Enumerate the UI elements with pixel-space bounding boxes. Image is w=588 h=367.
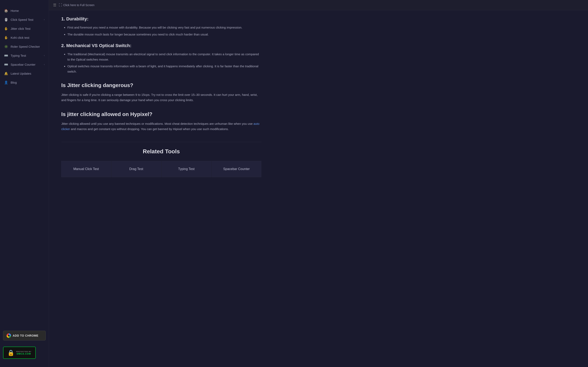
sidebar-item-spacebar[interactable]: ⌨️ Spacebar Counter ‹ — [0, 60, 49, 69]
related-card-typing-test[interactable]: Typing Test — [162, 161, 211, 177]
sidebar-nav: 🏠 Home 🖱️ Click Speed Test ‹ ✋ Jitter cl… — [0, 4, 49, 327]
sidebar-item-typing-test[interactable]: ⌨️ Typing Test ‹ — [0, 51, 49, 60]
q2-answer-before: Jitter clicking allowed until you use an… — [61, 122, 253, 125]
chrome-icon — [7, 333, 11, 338]
sidebar-label-typing: Typing Test — [11, 54, 26, 57]
sidebar-item-click-speed-test[interactable]: 🖱️ Click Speed Test ‹ — [0, 15, 49, 24]
click-speed-icon: 🖱️ — [4, 17, 8, 22]
add-to-chrome-button[interactable]: ADD TO CHROME — [3, 331, 46, 341]
mechanical-item-1: The traditional (Mechanical) mouse trans… — [67, 52, 261, 62]
q1-title: Is Jitter clicking dangerous? — [61, 82, 261, 89]
dmca-brand-label: DMCA.COM — [17, 352, 31, 355]
sidebar-item-latest-updates[interactable]: 🔔 Latest Updates — [0, 69, 49, 78]
related-card-spacebar[interactable]: Spacebar Counter — [212, 161, 261, 177]
related-label-drag: Drag Test — [129, 167, 143, 171]
dmca-protected-label: PROTECTED BY — [16, 351, 31, 352]
main-content: 1. Durability: First and foremost you ne… — [49, 10, 274, 367]
q1-answer: Jitter clicking is safe if you're clicki… — [61, 92, 261, 103]
sidebar-label-roler: Roler Speed Checker — [11, 45, 40, 48]
durability-item-2: The durable mouse much lasts for longer … — [67, 32, 261, 37]
related-label-manual: Manual Click Test — [73, 167, 99, 171]
related-label-typing: Typing Test — [178, 167, 195, 171]
sidebar: 🏠 Home 🖱️ Click Speed Test ‹ ✋ Jitter cl… — [0, 0, 49, 367]
sidebar-label-home: Home — [11, 9, 19, 12]
sidebar-label-jitter: Jitter click Test — [11, 27, 30, 30]
durability-item-1: First and foremost you need a mouse with… — [67, 25, 261, 30]
chevron-right-icon: ‹ — [44, 18, 45, 21]
spacebar-icon: ⌨️ — [4, 62, 8, 67]
menu-icon[interactable]: ☰ — [53, 3, 56, 7]
mechanical-title: 2. Mechanical VS Optical Switch: — [61, 43, 261, 48]
dmca-badge[interactable]: 🔒 PROTECTED BY DMCA.COM — [3, 347, 36, 359]
kohi-icon: ✋ — [4, 35, 8, 40]
sidebar-label-kohi: Kohi click test — [11, 36, 29, 39]
sidebar-label-updates: Latest Updates — [11, 72, 31, 75]
fullscreen-label: Click here to Full Screen — [63, 3, 95, 7]
home-icon: 🏠 — [4, 8, 8, 13]
durability-list: First and foremost you need a mouse with… — [67, 25, 261, 37]
chevron-right-typing-icon: ‹ — [44, 54, 45, 57]
mechanical-item-2: Optical switches mouse transmits informa… — [67, 64, 261, 74]
section-durability: 1. Durability: First and foremost you ne… — [61, 16, 261, 37]
sidebar-item-jitter-click[interactable]: ✋ Jitter click Test — [0, 24, 49, 33]
q2-answer: Jitter clicking allowed until you use an… — [61, 121, 261, 132]
section-hypixel: Is jitter clicking allowed on Hypixel? J… — [61, 111, 261, 132]
blog-icon: 👤 — [4, 80, 8, 84]
topbar: ☰ ⛶ Click here to Full Screen — [49, 0, 588, 10]
dmca-lock-icon: 🔒 — [7, 350, 15, 356]
related-title: Related Tools — [61, 148, 261, 155]
section-mechanical-optical: 2. Mechanical VS Optical Switch: The tra… — [61, 43, 261, 74]
sidebar-item-roler-speed[interactable]: ✳️ Roler Speed Checker — [0, 42, 49, 51]
fullscreen-button[interactable]: ⛶ Click here to Full Screen — [59, 3, 95, 7]
related-card-drag-test[interactable]: Drag Test — [112, 161, 161, 177]
related-card-manual-click[interactable]: Manual Click Test — [61, 161, 111, 177]
durability-title: 1. Durability: — [61, 16, 261, 22]
mechanical-list: The traditional (Mechanical) mouse trans… — [67, 52, 261, 74]
sidebar-item-kohi-click[interactable]: ✋ Kohi click test — [0, 33, 49, 42]
related-label-spacebar: Spacebar Counter — [223, 167, 250, 171]
roler-icon: ✳️ — [4, 44, 8, 49]
add-chrome-label: ADD TO CHROME — [13, 334, 38, 337]
sidebar-item-home[interactable]: 🏠 Home — [0, 6, 49, 15]
updates-icon: 🔔 — [4, 71, 8, 75]
sidebar-label-spacebar: Spacebar Counter — [11, 63, 35, 66]
related-tools-section: Related Tools Manual Click Test Drag Tes… — [61, 142, 261, 177]
typing-icon: ⌨️ — [4, 53, 8, 58]
chevron-right-spacebar-icon: ‹ — [44, 63, 45, 66]
sidebar-item-blog[interactable]: 👤 Blog — [0, 78, 49, 87]
fullscreen-icon: ⛶ — [59, 3, 62, 7]
q2-title: Is jitter clicking allowed on Hypixel? — [61, 111, 261, 117]
sidebar-label-blog: Blog — [11, 81, 17, 84]
jitter-icon: ✋ — [4, 26, 8, 31]
section-jitter-dangerous: Is Jitter clicking dangerous? Jitter cli… — [61, 82, 261, 103]
related-grid: Manual Click Test Drag Test Typing Test … — [61, 161, 261, 177]
q2-answer-after: and macros and get constant cps without … — [70, 127, 229, 131]
sidebar-label-click-speed: Click Speed Test — [11, 18, 33, 21]
